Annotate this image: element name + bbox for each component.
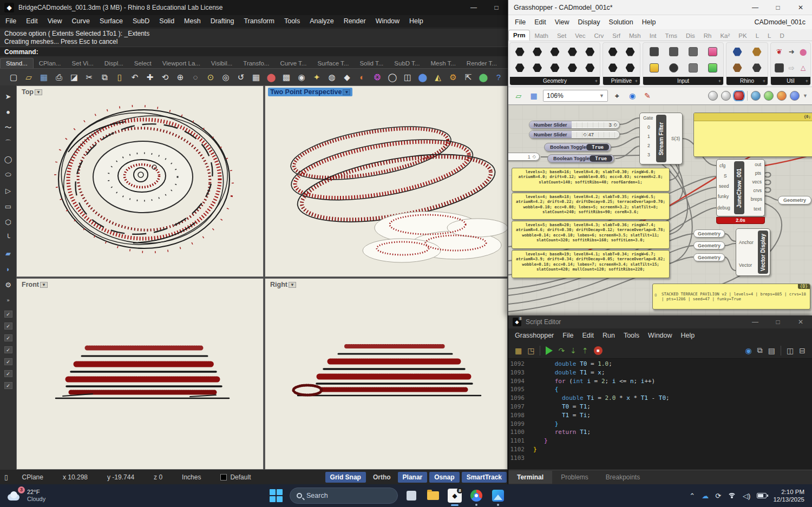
expand-icon[interactable]: + <box>806 78 808 84</box>
jc-output-crvs[interactable]: crvs <box>753 188 762 193</box>
jc-input-debug[interactable]: debug <box>717 205 730 210</box>
polyline-tool-icon[interactable]: ▷ <box>2 185 14 196</box>
curve-tool-icon[interactable]: 〜 <box>2 122 14 133</box>
toolbar-tab-drafting[interactable]: Drafti... <box>502 58 508 68</box>
toolbar-tab-render-tools[interactable]: Render T... <box>461 58 502 68</box>
viewport-perspective-label-group[interactable]: Two Point Perspective ▼ <box>268 88 352 96</box>
jc-name-bar[interactable]: JuneChow_001 <box>734 161 744 214</box>
viewport-right[interactable]: Right ▼ <box>265 278 508 470</box>
se-menu-tools[interactable]: Tools <box>624 332 639 339</box>
surface-curved-tool-icon[interactable]: ◗ <box>2 264 14 274</box>
gh-preview-off-icon[interactable] <box>708 91 718 101</box>
toolbar-tab-standard[interactable]: Stand... <box>0 58 34 68</box>
gh-menu-file[interactable]: File <box>515 18 526 26</box>
se-stop-icon[interactable]: ■ <box>594 346 603 355</box>
viewport-menu-chevron-icon[interactable]: ▼ <box>343 89 350 95</box>
zoom-selected-icon[interactable]: ⊙ <box>204 70 218 84</box>
gh-tab-d[interactable]: D <box>776 31 789 41</box>
gh-rhino-spiral-icon[interactable] <box>733 63 742 73</box>
gh-panel-config-4[interactable]: levels=4; baseR=19; levelH=4.1; slabT=0.… <box>512 250 670 278</box>
viewport-top[interactable]: Top ▼ <box>16 85 264 277</box>
rhino-menu-analyze[interactable]: Analyze <box>310 17 333 25</box>
gh-input-knob-icon[interactable] <box>669 63 678 73</box>
se-doc-icon[interactable]: ▤ <box>768 346 775 355</box>
color-wheel-icon[interactable]: ❂ <box>370 70 384 84</box>
layer-check-icon[interactable]: ✓ <box>4 322 12 330</box>
gh-rhino-striped-icon[interactable] <box>752 63 762 73</box>
gh-input-gradient-icon[interactable] <box>708 63 717 73</box>
geometry-param-3[interactable]: Geometry <box>693 253 725 261</box>
se-maximize-icon[interactable]: □ <box>767 314 789 330</box>
gh-tab-transform[interactable]: Trns <box>661 31 682 41</box>
viewport-layout-icon[interactable]: ▦ <box>249 70 263 84</box>
junechow-component[interactable]: cfg S seed funky debug JuneChow_001 out … <box>716 159 765 216</box>
properties-icon[interactable]: ◪ <box>67 70 81 84</box>
grasshopper-minimize-icon[interactable]: — <box>744 0 767 15</box>
shield-icon[interactable]: ◐ <box>355 70 369 84</box>
weather-widget[interactable]: 3 22°F Cloudy <box>0 489 108 503</box>
jc-input-s[interactable]: S <box>724 173 727 179</box>
expand-icon[interactable]: + <box>718 78 721 84</box>
vd-input-vector[interactable]: Vector <box>739 262 752 268</box>
code-editor[interactable]: 1092 double T0 = 1.0;1093 double T1 = x;… <box>508 359 812 470</box>
slider-handle-icon[interactable]: ◇ <box>533 154 536 159</box>
se-diff-icon[interactable]: ⧉ <box>757 346 763 355</box>
viewport-menu-chevron-icon[interactable]: ▼ <box>289 282 296 288</box>
gh-tab-math[interactable]: Math <box>530 31 553 41</box>
status-units[interactable]: Inches <box>172 473 211 481</box>
geometry-param-1[interactable]: Geometry <box>693 229 725 238</box>
gh-tab-vector[interactable]: Vec <box>571 31 590 41</box>
sync-icon[interactable]: ⟳ <box>715 492 721 500</box>
sphere-icon[interactable]: ◯ <box>385 70 400 84</box>
viewport-right-label-group[interactable]: Right ▼ <box>268 280 298 289</box>
paste-icon[interactable]: ▯ <box>113 70 127 84</box>
gh-util-ball-icon[interactable]: ⬤ <box>800 48 807 56</box>
taskbar-search-input[interactable]: Search <box>290 488 398 504</box>
viewport-menu-chevron-icon[interactable]: ▼ <box>35 89 42 95</box>
toolbar-tab-solid-tools[interactable]: Solid T... <box>354 58 389 68</box>
pointer-tool-icon[interactable]: ➤ <box>2 91 14 102</box>
sf-input-gate[interactable]: Gate <box>643 115 653 121</box>
rhino-menu-view[interactable]: View <box>48 17 62 25</box>
tab-problems[interactable]: Problems <box>552 471 597 484</box>
new-file-icon[interactable]: ▢ <box>6 70 21 84</box>
wifi-icon[interactable] <box>728 493 736 498</box>
rhino-menu-curve[interactable]: Curve <box>72 17 90 25</box>
map-icon[interactable]: ▩ <box>279 70 293 84</box>
viewport-perspective[interactable]: Two Point Perspective ▼ <box>265 85 508 277</box>
sphere-quad-icon[interactable]: ◫ <box>401 70 415 84</box>
layer-check-icon[interactable]: ✓ <box>4 334 12 341</box>
toolbar-tab-display[interactable]: Displ... <box>99 58 129 68</box>
lamp-icon[interactable]: ◍ <box>325 70 339 84</box>
gh-tab-l1[interactable]: L <box>751 31 763 41</box>
toolbar-tab-viewport-layout[interactable]: Viewport La... <box>157 58 206 68</box>
slider-handle-icon[interactable]: ◇ <box>614 122 617 127</box>
jc-input-cfg[interactable]: cfg <box>719 163 725 168</box>
viewport-front[interactable]: Front ▼ <box>16 278 264 470</box>
rhino-menu-render[interactable]: Render <box>344 17 366 25</box>
gh-geometry-icon[interactable] <box>568 63 577 73</box>
gh-tab-pk[interactable]: PK <box>734 31 751 41</box>
number-slider-partial[interactable]: 1 ◇ <box>508 153 540 161</box>
gh-input-panel-icon[interactable] <box>708 47 717 56</box>
se-step-over-icon[interactable]: ↷ <box>558 346 565 355</box>
gh-geometry-icon[interactable] <box>550 63 559 73</box>
gh-util-tree-icon[interactable] <box>775 63 784 73</box>
slider-track[interactable]: 3 ◇ <box>572 122 619 128</box>
gh-primitive-icon[interactable] <box>626 47 635 56</box>
start-button[interactable] <box>268 488 284 504</box>
smarttrack-toggle[interactable]: SmartTrack <box>462 472 507 483</box>
sf-input-2[interactable]: 2 <box>647 143 650 148</box>
se-menu-grasshopper[interactable]: Grasshopper <box>515 332 554 339</box>
fillet-tool-icon[interactable]: ╰ <box>2 232 14 243</box>
boolean-toggle-2[interactable]: Boolean Toggle True <box>547 154 614 163</box>
lock-icon[interactable]: ◆ <box>340 70 354 84</box>
gh-panel-result[interactable]: {0} 0 STACKED TERRACE PAVILION v2 | leve… <box>652 284 810 310</box>
onedrive-cloud-icon[interactable]: ☁ <box>702 492 709 500</box>
se-step-out-icon[interactable]: ⇡ <box>582 346 588 355</box>
se-split-horizontal-icon[interactable]: ⊟ <box>799 346 806 355</box>
jc-output-pts[interactable]: pts <box>755 170 761 176</box>
print-icon[interactable]: ⎙ <box>52 70 66 84</box>
toolbar-tab-mesh-tools[interactable]: Mesh T... <box>425 58 461 68</box>
gh-menu-solution[interactable]: Solution <box>609 18 633 26</box>
